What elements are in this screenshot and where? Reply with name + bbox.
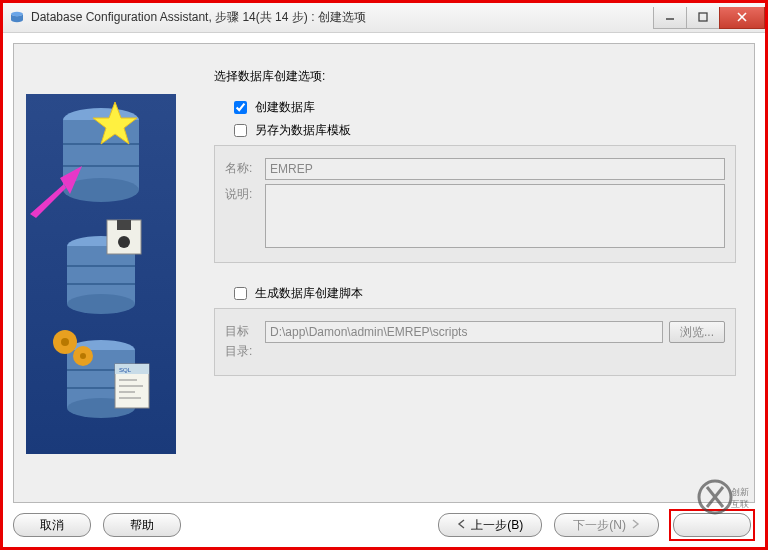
form-heading: 选择数据库创建选项: — [214, 68, 736, 85]
scripts-dest-input — [265, 321, 663, 343]
template-desc-textarea — [265, 184, 725, 248]
chevron-left-icon — [457, 518, 467, 532]
generate-scripts-fieldset: 目标 目录: 浏览... — [214, 308, 736, 376]
chevron-right-icon — [630, 518, 640, 532]
watermark: 创新 互联 — [697, 473, 761, 521]
svg-point-26 — [61, 338, 69, 346]
template-desc-label: 说明: — [225, 184, 265, 204]
generate-scripts-label: 生成数据库创建脚本 — [255, 285, 363, 302]
wizard-illustration: SQL — [26, 94, 176, 454]
window: Database Configuration Assistant, 步骤 14(… — [3, 3, 765, 547]
save-template-fieldset: 名称: 说明: — [214, 145, 736, 263]
next-button-label: 下一步(N) — [573, 517, 626, 534]
back-button-label: 上一步(B) — [471, 517, 523, 534]
create-database-label: 创建数据库 — [255, 99, 315, 116]
client-area: SQL 选择数据库创建选项: 创建数据库 另存为数据库模板 — [13, 43, 755, 503]
template-name-input — [265, 158, 725, 180]
help-button[interactable]: 帮助 — [103, 513, 181, 537]
maximize-button[interactable] — [686, 7, 720, 29]
browse-button: 浏览... — [669, 321, 725, 343]
generate-scripts-checkbox[interactable] — [234, 287, 247, 300]
create-database-checkbox[interactable] — [234, 101, 247, 114]
titlebar: Database Configuration Assistant, 步骤 14(… — [3, 3, 765, 33]
minimize-button[interactable] — [653, 7, 687, 29]
back-button[interactable]: 上一步(B) — [438, 513, 542, 537]
scripts-dest-label: 目标 目录: — [225, 321, 265, 361]
save-template-label: 另存为数据库模板 — [255, 122, 351, 139]
save-template-checkbox[interactable] — [234, 124, 247, 137]
svg-text:互联: 互联 — [731, 499, 749, 509]
window-title: Database Configuration Assistant, 步骤 14(… — [31, 9, 654, 26]
svg-rect-2 — [699, 13, 707, 21]
form-area: 选择数据库创建选项: 创建数据库 另存为数据库模板 名称: 说明: — [214, 68, 736, 398]
svg-point-14 — [67, 294, 135, 314]
footer: 取消 帮助 上一步(B) 下一步(N) — [13, 509, 755, 541]
svg-point-19 — [118, 236, 130, 248]
svg-rect-18 — [117, 220, 131, 230]
close-button[interactable] — [719, 7, 765, 29]
svg-text:SQL: SQL — [119, 367, 132, 373]
app-icon — [9, 10, 25, 26]
next-button: 下一步(N) — [554, 513, 659, 537]
svg-point-28 — [80, 353, 86, 359]
svg-text:创新: 创新 — [731, 487, 749, 497]
cancel-button[interactable]: 取消 — [13, 513, 91, 537]
template-name-label: 名称: — [225, 158, 265, 178]
svg-point-0 — [11, 11, 23, 15]
